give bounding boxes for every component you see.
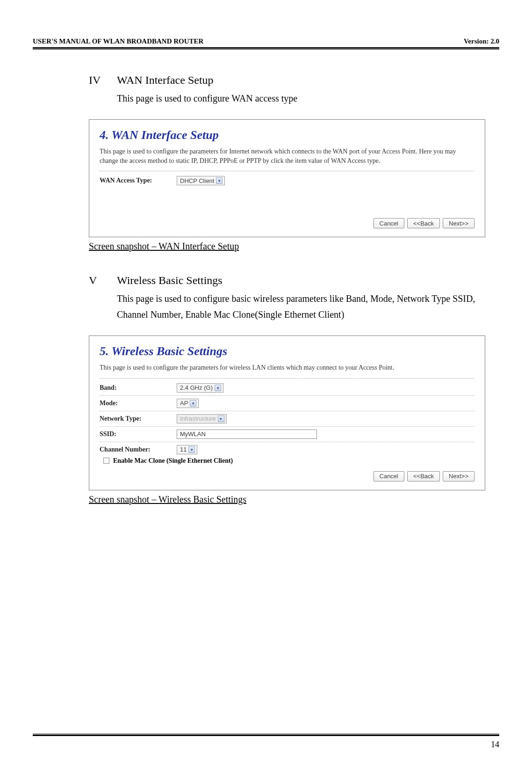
cancel-button[interactable]: Cancel (374, 218, 404, 228)
shot5-button-row: Cancel <<Back Next>> (100, 471, 474, 481)
ssid-row: SSID: (100, 430, 474, 439)
section-v-heading: V Wireless Basic Settings (89, 274, 485, 287)
channel-row: Channel Number: 11 ▾ (100, 445, 474, 454)
band-label: Band: (100, 384, 177, 392)
shot5-title: 5. Wireless Basic Settings (100, 344, 474, 358)
mac-clone-label: Enable Mac Clone (Single Ethernet Client… (113, 457, 233, 465)
band-value: 2.4 GHz (G) (180, 384, 213, 391)
header-rule (33, 47, 499, 50)
shot4-button-row: Cancel <<Back Next>> (100, 218, 474, 228)
chevron-down-icon: ▾ (188, 446, 195, 453)
row-separator (100, 395, 474, 396)
section-v-roman: V (89, 274, 117, 287)
page-header: USER'S MANUAL OF WLAN BROADBAND ROUTER V… (33, 37, 499, 47)
mode-row: Mode: AP ▾ (100, 399, 474, 408)
nettype-value: Infrastructure (180, 415, 216, 422)
page-footer: 14 (33, 734, 499, 750)
section-iv-title: WAN Interface Setup (117, 74, 214, 87)
section-v-desc: This page is used to configure basic wir… (117, 291, 485, 322)
nettype-label: Network Type: (100, 415, 177, 423)
chevron-down-icon: ▾ (215, 385, 221, 391)
back-button[interactable]: <<Back (407, 218, 440, 228)
nettype-dropdown: Infrastructure ▾ (177, 414, 227, 423)
caption-v: Screen snapshot – Wireless Basic Setting… (89, 494, 485, 505)
header-left: USER'S MANUAL OF WLAN BROADBAND ROUTER (33, 37, 203, 45)
section-iv-heading: IV WAN Interface Setup (89, 74, 485, 87)
wan-access-dropdown[interactable]: DHCP Client ▾ (177, 176, 225, 185)
wan-access-value: DHCP Client (180, 177, 214, 184)
chevron-down-icon: ▾ (218, 416, 224, 422)
screenshot-wan-interface: 4. WAN Interface Setup This page is used… (89, 119, 485, 237)
section-v-title: Wireless Basic Settings (117, 274, 223, 287)
cancel-button[interactable]: Cancel (374, 471, 404, 481)
nettype-row: Network Type: Infrastructure ▾ (100, 414, 474, 423)
chevron-down-icon: ▾ (216, 177, 223, 184)
screenshot-wireless-basic: 5. Wireless Basic Settings This page is … (89, 335, 485, 490)
band-dropdown[interactable]: 2.4 GHz (G) ▾ (177, 383, 223, 393)
next-button[interactable]: Next>> (443, 218, 474, 228)
wan-access-label: WAN Access Type: (100, 177, 177, 184)
next-button[interactable]: Next>> (443, 471, 474, 481)
mode-label: Mode: (100, 400, 177, 407)
channel-value: 11 (180, 446, 187, 453)
shot4-title: 4. WAN Interface Setup (100, 128, 474, 142)
caption-iv: Screen snapshot – WAN Interface Setup (89, 241, 485, 252)
footer-rule (33, 734, 499, 736)
wan-access-row: WAN Access Type: DHCP Client ▾ (100, 176, 474, 185)
shot5-intro: This page is used to configure the param… (100, 363, 474, 379)
ssid-label: SSID: (100, 430, 177, 438)
mac-clone-checkbox[interactable] (103, 458, 109, 464)
back-button[interactable]: <<Back (407, 471, 440, 481)
mac-clone-row: Enable Mac Clone (Single Ethernet Client… (100, 457, 474, 465)
ssid-input[interactable] (177, 430, 317, 439)
mode-value: AP (180, 400, 188, 407)
page-number: 14 (33, 740, 499, 750)
band-row: Band: 2.4 GHz (G) ▾ (100, 383, 474, 393)
row-separator (100, 442, 474, 442)
channel-label: Channel Number: (100, 446, 177, 453)
section-iv-desc: This page is used to configure WAN acces… (117, 90, 485, 106)
header-right: Version: 2.0 (464, 37, 499, 45)
section-iv-roman: IV (89, 74, 117, 87)
chevron-down-icon: ▾ (190, 400, 196, 407)
shot4-intro: This page is used to configure the param… (100, 147, 474, 171)
row-separator (100, 426, 474, 427)
row-separator (100, 411, 474, 411)
channel-dropdown[interactable]: 11 ▾ (177, 445, 197, 454)
mode-dropdown[interactable]: AP ▾ (177, 399, 199, 408)
